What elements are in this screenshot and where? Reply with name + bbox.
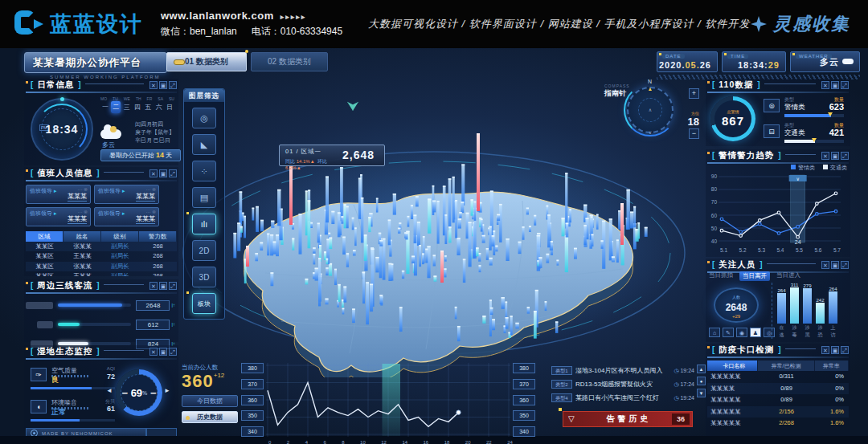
trend-x-axis: 5.15.25.35.45.55.65.7 — [720, 247, 841, 253]
table-row[interactable]: 某某某某某0/890% — [707, 394, 849, 406]
dashboard-title-plate: 某某暑期办公协作平台 — [24, 52, 167, 73]
alert-row[interactable]: 类型4某路口有小汽车连闯三个红灯19:24 — [551, 392, 694, 404]
panel-close-icon[interactable]: ✕ — [149, 348, 158, 356]
table-row-warning[interactable]: 某某某某某2/2681.6% — [707, 418, 849, 430]
panel-close-icon[interactable]: ✕ — [149, 81, 158, 89]
layer-block-button[interactable]: 板块 — [192, 293, 216, 314]
layer-camera-button[interactable]: ◎ — [192, 108, 216, 128]
panel-window-icon[interactable]: ▣ — [159, 81, 167, 89]
brand-logo[interactable]: 蓝蓝设计 — [14, 10, 143, 39]
eco-gauge: − 69% − — [116, 369, 162, 416]
table-row[interactable]: 某某区张某某副局长268 — [26, 242, 177, 251]
map-tooltip: 01 / 区域一 同比 14.1%▲ 环比 6.2%▲ 2,648 — [279, 145, 385, 166]
panel-close-icon[interactable]: ✕ — [821, 81, 829, 89]
table-row-warning[interactable]: 某某某某某2/1561.6% — [707, 406, 849, 418]
bearing-value: 18 — [688, 116, 699, 128]
scroll-up-icon[interactable]: ▲ — [697, 365, 706, 373]
today-data-button[interactable]: 今日数据 — [182, 395, 238, 407]
alert-row[interactable]: 类型1湿地3-104片区有不明人员闯入19:24 — [551, 365, 694, 377]
alert-history-banner[interactable]: ▽ 告警历史 36 — [563, 411, 693, 427]
decibel-number: 61 — [107, 405, 115, 413]
layer-barchart-button[interactable]: ılı — [192, 214, 216, 234]
layer-list-button[interactable]: ▤ — [192, 187, 216, 208]
scroll-dot-icon[interactable]: ● — [697, 377, 706, 385]
bar-column[interactable]: 264上访 — [829, 283, 837, 339]
table-row[interactable]: 某某区王某某副局长268 — [26, 251, 177, 261]
time-plate: TIME 18:34:29 — [722, 51, 786, 72]
panel-window-icon[interactable]: ▣ — [831, 261, 839, 269]
focus-count-gauge: 人数 2648 +29 — [714, 287, 759, 323]
flow-row: 2648|↑ — [26, 297, 175, 313]
bar-column[interactable]: 279涉黑 — [803, 283, 812, 339]
duty-card[interactable]: 值班领导⋯ ⊗某某某 — [26, 185, 91, 204]
more-icon[interactable]: ⋯ ⊗ — [145, 209, 156, 214]
duty-card[interactable]: 值班领导⋯ ⊗某某某 — [94, 185, 159, 204]
website-url[interactable]: www.lanlanwork.com — [161, 10, 274, 22]
panel-window-icon[interactable]: ▣ — [159, 348, 167, 356]
weekday-cn[interactable]: 一 — [100, 101, 110, 113]
table-row[interactable]: 某某区张某某副局长268 — [26, 262, 177, 271]
panel-close-icon[interactable]: ✕ — [821, 261, 829, 269]
layer-2d-button[interactable]: 2D — [192, 240, 216, 261]
tab-left-today[interactable]: 当日离开 — [739, 271, 770, 281]
inspiration-brand[interactable]: 灵感收集 — [751, 0, 850, 48]
flow-row: 612|↑ — [26, 316, 175, 332]
more-icon[interactable]: ⋯ ⊗ — [77, 209, 88, 214]
panel-close-icon[interactable]: ✕ — [149, 282, 158, 290]
duty-card[interactable]: 值班领导⋯ ⊗某某某 — [94, 207, 159, 226]
panel-close-icon[interactable]: ✕ — [149, 169, 158, 177]
panel-title: 湿地生态监控 — [37, 346, 92, 357]
tab-data-category-1[interactable]: 01 数据类别 — [166, 52, 247, 71]
panel-close-icon[interactable]: ✕ — [821, 346, 829, 354]
panel-expand-icon[interactable]: ⤢ — [841, 346, 849, 354]
scroll-down-icon[interactable]: ▼ — [697, 389, 706, 397]
more-icon[interactable]: ⋯ ⊗ — [145, 186, 156, 192]
zoom-out-button[interactable]: − — [689, 128, 699, 139]
duty-card[interactable]: 值班领导⋯ ⊗某某某 — [26, 207, 91, 226]
alarm-total-gauge: 总警情867 — [710, 96, 755, 141]
zoom-in-button[interactable]: + — [689, 88, 699, 99]
gauge-right-arrow[interactable]: ► — [164, 387, 170, 394]
tab-data-category-2[interactable]: 02 数据类别 — [251, 52, 328, 71]
bar-column[interactable]: 311涉毒 — [790, 283, 799, 339]
gauge-left-arrow[interactable]: ◄ — [106, 387, 113, 394]
flow-label-block — [37, 321, 53, 328]
table-row[interactable]: 某某某某0/890% — [707, 383, 849, 395]
weather-block: 多云 31.5℃ — [100, 123, 121, 139]
compass-dial[interactable]: N ∧∨ — [627, 87, 674, 133]
layer-3d-button[interactable]: 3D — [192, 267, 216, 287]
layer-signal-button[interactable]: ◣ — [192, 134, 216, 155]
panel-expand-icon[interactable]: ⤢ — [841, 152, 849, 160]
target-icon[interactable]: ◉ — [736, 328, 747, 337]
flow-value: 612 — [136, 320, 170, 330]
clock-dot — [60, 97, 64, 101]
panel-expand-icon[interactable]: ⤢ — [841, 81, 849, 89]
panel-window-icon[interactable]: ▣ — [831, 81, 839, 89]
office-line-chart[interactable] — [266, 363, 510, 437]
home-icon[interactable]: ⌂ — [709, 328, 720, 337]
more-icon[interactable]: ⋯ ⊗ — [77, 186, 88, 192]
person-icon[interactable]: ♟ — [750, 328, 761, 337]
pen-icon[interactable]: ✎ — [723, 328, 734, 337]
tab-entered-today[interactable]: 当日进入 — [776, 271, 800, 281]
table-row[interactable]: 某某某某某0/3110% — [707, 371, 849, 383]
layer-grid-button[interactable]: ⁘ — [192, 161, 216, 181]
panel-window-icon[interactable]: ▣ — [159, 169, 167, 177]
history-data-button[interactable]: 历史数据 — [182, 411, 238, 423]
panel-close-icon[interactable]: ✕ — [821, 152, 829, 160]
panel-title: 关注人员 — [719, 259, 755, 271]
alert-row[interactable]: 类型2RD13-53烟感报警疑似火灾17:24 — [551, 378, 694, 390]
panel-window-icon[interactable]: ▣ — [159, 282, 167, 290]
compass-north-label: N — [648, 79, 652, 84]
panel-window-icon[interactable]: ▣ — [831, 152, 839, 160]
trend-chart[interactable]: ∨24 — [719, 173, 841, 247]
panel-window-icon[interactable]: ▣ — [831, 346, 839, 354]
weekday-cn-active[interactable]: 二 — [111, 101, 121, 113]
tab-captured-today[interactable]: 当日抓拍 — [709, 271, 733, 281]
table-row[interactable]: 某某区王某某副局长268 — [26, 271, 177, 276]
speaker-icon: ◖ — [31, 400, 47, 413]
panel-expand-icon[interactable]: ⤢ — [841, 261, 849, 269]
bar-column[interactable]: 264在逃 — [777, 283, 786, 339]
bar-column[interactable]: 242涉恐 — [816, 283, 825, 339]
focus-filter-icons: ⌂ ✎ ◉ ♟ ◎ — [709, 328, 775, 337]
